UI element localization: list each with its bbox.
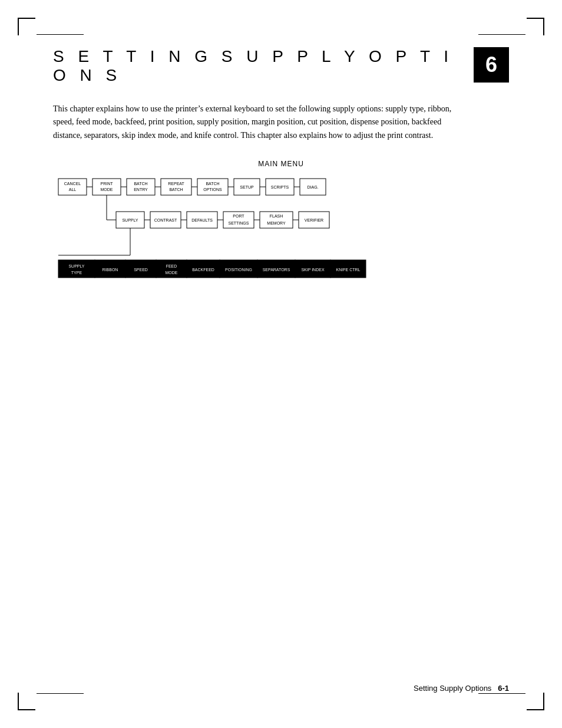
svg-text:SETTINGS: SETTINGS <box>228 221 249 225</box>
svg-text:SUPPLY: SUPPLY <box>68 264 84 268</box>
svg-text:SEPARATORS: SEPARATORS <box>263 268 290 272</box>
page-footer: Setting Supply Options 6-1 <box>414 684 509 693</box>
svg-rect-58 <box>156 260 187 278</box>
svg-text:MEMORY: MEMORY <box>267 221 286 225</box>
svg-text:CANCEL: CANCEL <box>64 182 81 186</box>
svg-text:BATCH: BATCH <box>206 182 219 186</box>
svg-text:REPEAT: REPEAT <box>168 182 184 186</box>
svg-text:ENTRY: ENTRY <box>134 187 148 192</box>
svg-text:MODE: MODE <box>166 271 178 275</box>
svg-text:SUPPLY: SUPPLY <box>122 218 138 222</box>
svg-text:FEED: FEED <box>166 264 177 268</box>
chapter-number-box: 6 <box>474 47 509 83</box>
corner-mark-bl <box>18 693 35 710</box>
svg-text:DEFAULTS: DEFAULTS <box>191 218 213 222</box>
svg-rect-51 <box>58 260 95 278</box>
svg-text:DIAG.: DIAG. <box>307 185 318 189</box>
svg-text:SPEED: SPEED <box>134 268 148 272</box>
svg-text:BACKFEED: BACKFEED <box>192 268 214 272</box>
rule-bottom-left <box>37 693 84 694</box>
svg-text:SETUP: SETUP <box>240 185 254 189</box>
rule-top-right <box>478 34 525 35</box>
svg-text:TYPE: TYPE <box>71 271 82 275</box>
svg-text:SKIP INDEX: SKIP INDEX <box>301 268 324 272</box>
footer-page-ref: 6-1 <box>498 684 509 693</box>
menu-diagram: CANCEL ALL PRINT MODE BATCH ENTRY REPEAT… <box>57 173 505 308</box>
body-text: This chapter explains how to use the pri… <box>53 103 454 142</box>
chapter-title: S E T T I N G S U P P L Y O P T I O N S <box>53 47 474 85</box>
svg-text:VERIFIER: VERIFIER <box>305 218 323 222</box>
svg-text:PRINT: PRINT <box>101 182 114 186</box>
corner-mark-br <box>527 693 544 710</box>
corner-mark-tr <box>527 18 544 35</box>
corner-mark-tl <box>18 18 35 35</box>
rule-top-left <box>37 34 84 35</box>
diagram-container: MAIN MENU CANCEL ALL PRINT MODE BATCH EN… <box>53 160 509 308</box>
svg-text:SCRIPTS: SCRIPTS <box>271 185 289 189</box>
chapter-header: S E T T I N G S U P P L Y O P T I O N S … <box>53 47 509 85</box>
svg-text:FLASH: FLASH <box>270 214 283 218</box>
svg-text:OPTIONS: OPTIONS <box>203 187 222 192</box>
footer-text: Setting Supply Options 6-1 <box>414 684 509 693</box>
svg-text:ALL: ALL <box>69 187 77 192</box>
svg-text:BATCH: BATCH <box>134 182 147 186</box>
rule-bottom-right <box>478 693 525 694</box>
svg-text:PORT: PORT <box>233 214 244 218</box>
svg-text:CONTRAST: CONTRAST <box>154 218 177 222</box>
svg-text:RIBBON: RIBBON <box>103 268 118 272</box>
svg-text:MODE: MODE <box>101 187 113 192</box>
svg-text:KNIFE CTRL: KNIFE CTRL <box>336 268 361 272</box>
svg-text:BATCH: BATCH <box>169 187 183 192</box>
svg-text:POSITIONING: POSITIONING <box>225 268 252 272</box>
footer-chapter-text: Setting Supply Options <box>414 684 491 693</box>
main-menu-label: MAIN MENU <box>53 160 509 168</box>
